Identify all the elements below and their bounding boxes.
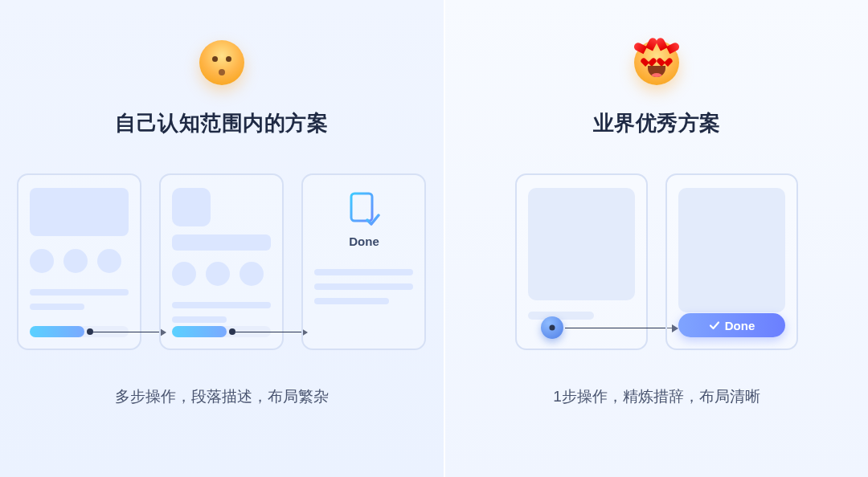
placeholder-block [528, 188, 635, 300]
placeholder-dot [63, 249, 88, 273]
card-step-done: Done [301, 173, 426, 350]
panel-best-practice: 业界优秀方案 Done 1步操作，精炼措辞，布局清晰 [445, 0, 868, 477]
left-caption: 多步操作，段落描述，布局繁杂 [115, 386, 329, 407]
placeholder-line [314, 298, 388, 304]
panel-own-solution: 自己认知范围内的方案 [0, 0, 444, 477]
left-cards-row: Done [17, 173, 426, 350]
right-title: 业界优秀方案 [593, 109, 721, 137]
placeholder-dot [30, 249, 54, 273]
knob-dot-icon [550, 325, 555, 331]
placeholder-line [314, 269, 413, 275]
arrow-right-icon [235, 332, 307, 333]
arrow-right-icon [93, 332, 166, 333]
placeholder-line [30, 289, 129, 296]
heart-eyes-face-icon [634, 40, 679, 85]
placeholder-square [172, 188, 211, 226]
progress-fill [172, 326, 227, 337]
done-button: Done [678, 313, 785, 337]
placeholder-block [172, 234, 271, 251]
placeholder-line [172, 316, 227, 323]
right-caption: 1步操作，精炼措辞，布局清晰 [553, 386, 760, 407]
card-step-2 [159, 173, 284, 350]
neutral-mouth-icon [219, 69, 225, 75]
placeholder-line [172, 302, 271, 308]
placeholder-block [30, 188, 129, 236]
left-title: 自己认知范围内的方案 [115, 109, 328, 137]
smile-mouth-icon [648, 66, 665, 77]
document-check-icon [348, 191, 380, 228]
placeholder-line [314, 283, 413, 290]
placeholder-dot [206, 262, 230, 286]
done-label: Done [349, 234, 379, 248]
right-cards-row: Done [515, 173, 798, 350]
placeholder-line [528, 312, 594, 320]
dot-row [172, 262, 271, 286]
card-simple-done: Done [665, 173, 798, 350]
neutral-face-icon [199, 40, 244, 85]
slider-knob-icon [541, 316, 563, 339]
heart-eye-icon [660, 55, 669, 63]
dot-row [30, 249, 129, 273]
placeholder-dot [240, 262, 264, 286]
heart-icon [660, 34, 678, 51]
arrow-right-icon [565, 328, 678, 329]
heart-icon [636, 34, 653, 51]
check-icon [709, 320, 720, 331]
placeholder-dot [172, 262, 196, 286]
card-simple-1 [515, 173, 648, 350]
done-button-label: Done [725, 319, 755, 332]
placeholder-block [678, 188, 785, 312]
done-lines [314, 269, 413, 312]
progress-fill [30, 326, 84, 337]
heart-eye-icon [644, 55, 653, 63]
card-step-1 [17, 173, 141, 350]
placeholder-dot [97, 249, 121, 273]
placeholder-line [30, 304, 84, 310]
